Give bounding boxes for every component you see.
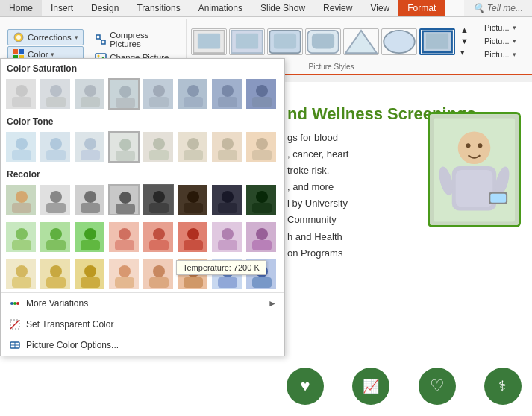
picture-style-4[interactable] bbox=[305, 28, 341, 55]
saturation-thumb-1[interactable] bbox=[5, 78, 37, 110]
svg-rect-135 bbox=[46, 277, 66, 288]
gallery-scroll-up[interactable]: ▲ bbox=[457, 25, 472, 35]
tone-thumb-2[interactable] bbox=[40, 131, 71, 163]
svg-rect-51 bbox=[184, 97, 203, 107]
recolor-bw-1[interactable] bbox=[40, 184, 71, 215]
recolor-peach-2[interactable] bbox=[143, 259, 174, 290]
tab-home[interactable]: Home bbox=[0, 0, 42, 16]
set-transparent-item[interactable]: Set Transparent Color bbox=[1, 314, 284, 335]
recolor-green-1[interactable] bbox=[5, 221, 37, 253]
recolor-bw-2[interactable] bbox=[74, 184, 105, 215]
recolor-dark-2[interactable] bbox=[177, 184, 208, 215]
svg-point-29 bbox=[478, 143, 482, 148]
svg-rect-48 bbox=[149, 97, 169, 107]
picture-style-7[interactable] bbox=[419, 28, 455, 55]
svg-rect-22 bbox=[426, 33, 448, 48]
picture-style-5[interactable] bbox=[343, 28, 379, 55]
svg-rect-66 bbox=[81, 150, 100, 160]
recolor-red-2[interactable] bbox=[143, 221, 174, 253]
tab-design[interactable]: Design bbox=[82, 0, 128, 16]
svg-point-155 bbox=[13, 302, 16, 305]
svg-rect-36 bbox=[12, 97, 31, 107]
picture-style-3[interactable] bbox=[267, 28, 303, 55]
svg-point-116 bbox=[119, 228, 131, 240]
picture-border-button[interactable]: Pictu... ▾ bbox=[480, 22, 526, 34]
gallery-scroll-down[interactable]: ▼ bbox=[457, 36, 472, 46]
color-tone-grid bbox=[1, 129, 284, 165]
recolor-green-2[interactable] bbox=[40, 221, 71, 253]
more-variations-icon bbox=[8, 297, 22, 310]
svg-point-156 bbox=[16, 302, 19, 305]
saturation-thumb-3[interactable] bbox=[74, 78, 105, 110]
recolor-green-3[interactable] bbox=[74, 221, 105, 253]
svg-line-8 bbox=[100, 39, 101, 40]
recolor-dark-1[interactable] bbox=[143, 184, 174, 215]
saturation-thumb-8[interactable] bbox=[245, 78, 277, 110]
saturation-thumb-4[interactable] bbox=[108, 78, 140, 110]
svg-point-143 bbox=[153, 265, 165, 277]
gallery-more[interactable]: ▾ bbox=[457, 47, 472, 58]
recolor-red-3[interactable] bbox=[177, 221, 208, 253]
recolor-yellow-1[interactable] bbox=[5, 259, 37, 290]
corrections-button[interactable]: Corrections ▾ bbox=[7, 29, 84, 45]
recolor-purple-2[interactable] bbox=[245, 221, 277, 253]
recolor-yellow-2[interactable] bbox=[40, 259, 71, 290]
tab-transitions[interactable]: Transitions bbox=[128, 0, 189, 16]
saturation-thumb-2[interactable] bbox=[40, 78, 71, 110]
tone-thumb-7[interactable] bbox=[211, 131, 242, 163]
saturation-thumb-7[interactable] bbox=[211, 78, 242, 110]
tone-thumb-6[interactable] bbox=[177, 131, 208, 163]
recolor-dark-4[interactable] bbox=[245, 184, 277, 215]
recolor-peach-1[interactable] bbox=[108, 259, 140, 290]
svg-rect-14 bbox=[236, 33, 258, 48]
svg-point-119 bbox=[153, 228, 165, 240]
svg-rect-33 bbox=[490, 193, 506, 202]
picture-color-options-item[interactable]: Picture Color Options... bbox=[1, 335, 284, 356]
svg-point-47 bbox=[153, 85, 165, 97]
tab-animations[interactable]: Animations bbox=[190, 0, 251, 16]
ribbon-tabs: Home Insert Design Transitions Animation… bbox=[0, 0, 532, 17]
svg-point-92 bbox=[119, 192, 131, 204]
bottom-icons: ♥ 📈 ♡ ⚕ bbox=[276, 368, 532, 405]
recolor-red-1[interactable] bbox=[108, 221, 140, 253]
svg-rect-57 bbox=[252, 97, 272, 107]
tone-thumb-4[interactable] bbox=[108, 131, 140, 163]
recolor-dark-3[interactable] bbox=[211, 184, 242, 215]
tone-thumb-3[interactable] bbox=[74, 131, 105, 163]
recolor-purple-1[interactable] bbox=[211, 221, 242, 253]
more-variations-item[interactable]: More Variations ► bbox=[1, 293, 284, 314]
tab-review[interactable]: Review bbox=[314, 0, 361, 16]
icon-health: ♡ bbox=[419, 368, 456, 405]
picture-effects-button[interactable]: Pictu... ▾ bbox=[480, 35, 526, 47]
picture-layout-button[interactable]: Pictu... ▾ bbox=[480, 48, 526, 60]
tone-thumb-5[interactable] bbox=[143, 131, 174, 163]
svg-point-125 bbox=[222, 228, 234, 240]
tab-tell-me[interactable]: 🔍 Tell me... bbox=[464, 0, 532, 16]
picture-style-2[interactable] bbox=[229, 28, 265, 55]
tone-thumb-8[interactable] bbox=[245, 131, 277, 163]
picture-layout-label: Pictu... bbox=[484, 50, 510, 59]
tab-insert[interactable]: Insert bbox=[42, 0, 82, 16]
tab-slideshow[interactable]: Slide Show bbox=[251, 0, 314, 16]
svg-point-74 bbox=[187, 138, 199, 150]
saturation-thumb-6[interactable] bbox=[177, 78, 208, 110]
color-label: Color bbox=[28, 50, 48, 59]
picture-style-1[interactable] bbox=[191, 28, 227, 55]
color-arrow[interactable]: ▾ bbox=[51, 51, 54, 58]
corrections-arrow[interactable]: ▾ bbox=[75, 34, 78, 41]
recolor-yellow-3[interactable] bbox=[74, 259, 105, 290]
svg-rect-87 bbox=[46, 203, 66, 213]
saturation-thumb-5[interactable] bbox=[143, 78, 174, 110]
compress-pictures-button[interactable]: Compress Pictures bbox=[90, 29, 181, 50]
svg-rect-99 bbox=[184, 203, 203, 213]
svg-point-95 bbox=[153, 191, 165, 203]
tab-view[interactable]: View bbox=[361, 0, 398, 16]
svg-point-25 bbox=[458, 131, 491, 164]
recolor-original[interactable] bbox=[5, 184, 37, 215]
tab-format[interactable]: Format bbox=[398, 0, 445, 16]
recolor-bw-selected[interactable] bbox=[108, 184, 140, 215]
svg-point-10 bbox=[98, 55, 100, 57]
picture-style-6[interactable] bbox=[381, 28, 417, 55]
svg-rect-150 bbox=[218, 277, 237, 288]
tone-thumb-1[interactable] bbox=[5, 131, 37, 163]
